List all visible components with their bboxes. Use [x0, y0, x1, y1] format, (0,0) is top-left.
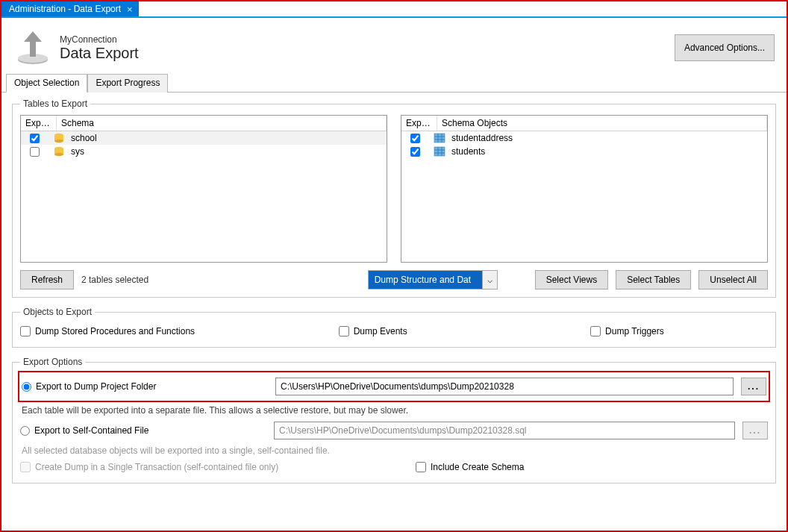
close-icon[interactable]: ×	[127, 4, 133, 15]
schema-col-name[interactable]: Schema	[57, 116, 387, 131]
svg-rect-2	[30, 40, 36, 57]
document-tab[interactable]: Administration - Data Export ×	[1, 1, 139, 16]
unselect-all-button[interactable]: Unselect All	[698, 270, 768, 290]
object-checkbox[interactable]	[410, 147, 420, 157]
refresh-button[interactable]: Refresh	[20, 270, 74, 290]
document-tab-title: Administration - Data Export	[9, 4, 121, 14]
schema-checkbox[interactable]	[30, 134, 40, 143]
dump-events-checkbox-label[interactable]: Dump Events	[339, 326, 560, 337]
file-hint: All selected database objects will be ex…	[20, 442, 768, 459]
export-file-radio[interactable]	[20, 426, 30, 436]
object-name: students	[451, 146, 485, 157]
tables-to-export-group: Tables to Export Exp… Schema school	[12, 98, 776, 298]
include-schema-checkbox-label[interactable]: Include Create Schema	[416, 462, 524, 472]
select-views-button[interactable]: Select Views	[535, 270, 608, 290]
page-title: Data Export	[60, 45, 675, 62]
schema-row[interactable]: school	[21, 131, 387, 145]
tab-export-progress[interactable]: Export Progress	[87, 74, 168, 93]
object-row[interactable]: studentaddress	[401, 131, 767, 145]
svg-point-6	[54, 140, 63, 143]
export-file-radio-label[interactable]: Export to Self-Contained File	[20, 425, 266, 436]
svg-point-9	[54, 153, 63, 156]
objects-col-name[interactable]: Schema Objects	[437, 116, 767, 131]
dump-triggers-checkbox-label[interactable]: Dump Triggers	[590, 326, 768, 337]
database-icon	[53, 133, 65, 143]
dump-sp-checkbox-label[interactable]: Dump Stored Procedures and Functions	[20, 326, 309, 337]
select-tables-button[interactable]: Select Tables	[616, 270, 691, 290]
dump-type-value: Dump Structure and Dat	[369, 275, 482, 285]
database-icon	[53, 146, 65, 157]
table-icon	[434, 146, 445, 157]
dump-triggers-checkbox[interactable]	[590, 326, 601, 337]
schema-name: sys	[71, 146, 84, 157]
file-path-input	[274, 422, 735, 439]
browse-folder-button[interactable]: ...	[741, 378, 766, 395]
chevron-down-icon[interactable]: ⌵	[482, 271, 497, 289]
object-row[interactable]: students	[401, 145, 767, 158]
advanced-options-button[interactable]: Advanced Options...	[675, 34, 775, 61]
export-options-legend: Export Options	[20, 357, 85, 367]
export-icon	[13, 28, 52, 67]
objects-to-export-legend: Objects to Export	[20, 307, 95, 317]
objects-list[interactable]: Exp… Schema Objects studentaddress	[401, 115, 768, 263]
table-icon	[434, 133, 445, 143]
dump-sp-checkbox[interactable]	[20, 326, 31, 337]
schema-row[interactable]: sys	[21, 145, 387, 158]
dump-events-checkbox[interactable]	[339, 326, 349, 337]
dump-type-select[interactable]: Dump Structure and Dat ⌵	[368, 270, 498, 290]
export-options-group: Export Options Export to Dump Project Fo…	[12, 357, 776, 484]
single-transaction-checkbox	[20, 462, 31, 472]
tab-object-selection[interactable]: Object Selection	[6, 74, 87, 93]
include-schema-checkbox[interactable]	[416, 462, 426, 472]
object-name: studentaddress	[451, 133, 513, 143]
schema-list[interactable]: Exp… Schema school	[20, 115, 387, 263]
selected-count: 2 tables selected	[81, 275, 148, 285]
single-transaction-checkbox-label: Create Dump in a Single Transaction (sel…	[20, 462, 408, 472]
schema-name: school	[71, 133, 97, 143]
folder-path-input[interactable]	[275, 378, 734, 395]
svg-rect-10	[434, 134, 445, 143]
schema-checkbox[interactable]	[30, 147, 40, 157]
folder-hint: Each table will be exported into a separ…	[20, 402, 768, 419]
objects-col-export[interactable]: Exp…	[401, 116, 437, 131]
schema-col-export[interactable]: Exp…	[21, 116, 57, 131]
tables-to-export-legend: Tables to Export	[20, 98, 90, 109]
object-checkbox[interactable]	[410, 134, 420, 143]
export-folder-radio-label[interactable]: Export to Dump Project Folder	[22, 381, 268, 392]
export-folder-radio[interactable]	[22, 382, 31, 392]
connection-name: MyConnection	[60, 34, 675, 45]
browse-file-button: ...	[742, 422, 768, 439]
svg-rect-15	[434, 147, 445, 156]
svg-marker-3	[24, 31, 42, 42]
objects-to-export-group: Objects to Export Dump Stored Procedures…	[12, 307, 776, 348]
